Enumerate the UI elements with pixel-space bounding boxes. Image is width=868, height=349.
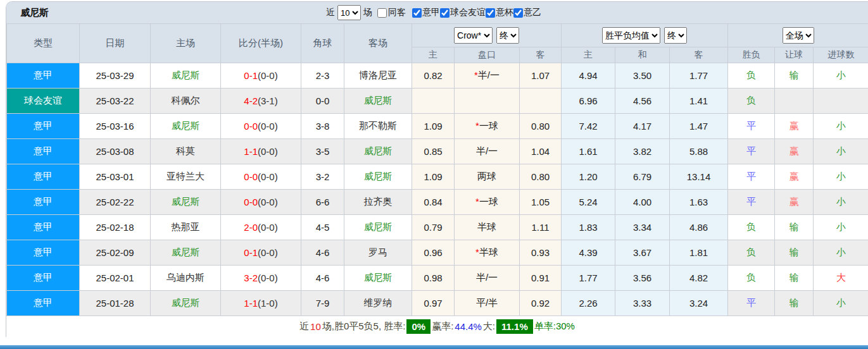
- table-row: 意甲 25-01-28 威尼斯 1-1(1-0) 7-9 维罗纳 0.97 平/…: [7, 291, 868, 316]
- table-row: 球会友谊 25-03-22 科佩尔 4-2(3-1) 0-0 威尼斯 6.96 …: [7, 89, 868, 114]
- corners-cell: 7-9: [301, 291, 344, 316]
- handicap-value: 一球: [479, 196, 498, 207]
- league-checkbox-coppa-italia[interactable]: [486, 8, 495, 18]
- avg-away-cell: 4.86: [670, 215, 728, 240]
- fulltime-score: 1-1: [244, 298, 258, 309]
- column-header-home: 主场: [151, 24, 221, 63]
- avg-home-cell: 4.94: [562, 63, 615, 89]
- avg-home-cell: 6.96: [562, 89, 615, 114]
- table-row: 意甲 25-02-22 威尼斯 0-0(0-0) 6-6 拉齐奥 0.84 *一…: [7, 190, 868, 215]
- handicap-value: 半/一: [476, 145, 498, 156]
- footer-recent-prefix: 近: [299, 321, 309, 333]
- handicap-result-cell: [775, 89, 814, 114]
- odds-home-cell: [412, 89, 455, 114]
- avg-away-cell: 1.63: [670, 190, 728, 215]
- halftime-score: (0-0): [258, 247, 278, 258]
- result-group-header: 全场: [728, 24, 868, 47]
- score-cell: 2-0(0-0): [221, 215, 301, 240]
- column-header-avg-home: 主: [562, 47, 615, 63]
- home-team-cell: 科莫: [151, 139, 221, 164]
- score-cell: 4-2(3-1): [221, 89, 301, 114]
- column-header-corners: 角球: [301, 24, 344, 63]
- result-cell: 平: [728, 291, 775, 316]
- table-row: 意甲 25-02-01 乌迪内斯 3-2(0-0) 4-6 威尼斯 0.98 半…: [7, 266, 868, 291]
- group-header-row: 类型 日期 主场 比分(半场) 角球 客场 Crow* 终: [7, 24, 868, 47]
- avg-home-cell: 1.61: [562, 139, 615, 164]
- odds-away-cell: 0.92: [520, 291, 562, 316]
- score-cell: 0-0(0-0): [221, 190, 301, 215]
- odds-time-select[interactable]: 终: [496, 27, 519, 44]
- league-checkbox-club-friendly[interactable]: [440, 8, 450, 18]
- goals-cell: [814, 89, 868, 114]
- handicap-cell: *一球: [455, 190, 520, 215]
- avg-away-cell: 1.47: [670, 114, 728, 139]
- league-checkbox-serie-b[interactable]: [513, 8, 523, 18]
- odds-away-cell: 1.11: [520, 215, 562, 240]
- date-cell: 25-03-29: [80, 63, 151, 89]
- fulltime-score: 4-2: [244, 95, 258, 106]
- match-stats-page: 威尼斯 近 10 场 同客 意甲 球会友谊: [0, 0, 868, 349]
- halftime-score: (3-1): [258, 95, 278, 106]
- handicap-result-cell: 赢: [775, 139, 814, 164]
- away-team-cell: 威尼斯: [344, 215, 412, 240]
- result-cell: 负: [728, 240, 775, 266]
- column-header-avg-away: 客: [670, 47, 728, 63]
- away-team-cell: 罗马: [344, 240, 412, 266]
- corners-cell: 3-2: [301, 164, 344, 190]
- league-label: 意杯: [496, 7, 513, 18]
- away-team-cell: 威尼斯: [344, 139, 412, 164]
- odds-away-cell: 1.04: [520, 139, 562, 164]
- column-header-odds-home: 主: [412, 47, 455, 63]
- avg-group-header: 胜平负均值 终: [562, 24, 728, 47]
- handicap-result-cell: 赢: [775, 190, 814, 215]
- odds-away-cell: 1.07: [520, 63, 562, 89]
- avg-time-select[interactable]: 终: [664, 27, 687, 44]
- league-checkbox-serie-a[interactable]: [412, 8, 422, 18]
- league-filter: 意乙: [513, 7, 541, 18]
- date-cell: 25-03-22: [80, 89, 151, 114]
- type-cell: 意甲: [7, 114, 80, 139]
- handicap-value: 半球: [477, 221, 496, 232]
- score-cell: 0-0(0-0): [221, 114, 301, 139]
- avg-draw-cell: 6.79: [615, 164, 670, 190]
- fulltime-score: 2-0: [244, 222, 258, 233]
- odds-company-select[interactable]: Crow*: [454, 27, 493, 44]
- avg-home-cell: 1.77: [562, 266, 615, 291]
- bottom-divider-bar: [0, 345, 868, 349]
- odds-away-cell: 0.91: [520, 266, 562, 291]
- handicap-result-cell: 输: [775, 215, 814, 240]
- fulltime-score: 0-1: [244, 70, 258, 81]
- halftime-score: (0-0): [258, 146, 278, 157]
- goals-cell: 小: [814, 63, 868, 89]
- handicap-cell: *半球: [455, 240, 520, 266]
- recent-label: 近: [326, 7, 335, 18]
- type-cell: 意甲: [7, 164, 80, 190]
- away-team-cell: 维罗纳: [344, 291, 412, 316]
- avg-draw-cell: 3.50: [615, 63, 670, 89]
- corners-cell: 4-5: [301, 215, 344, 240]
- avg-company-select[interactable]: 胜平负均值: [602, 27, 660, 44]
- avg-home-cell: 5.24: [562, 190, 615, 215]
- recent-count-select[interactable]: 10: [337, 5, 361, 20]
- table-row: 意甲 25-03-01 亚特兰大 0-0(0-0) 3-2 威尼斯 1.09 两…: [7, 164, 868, 190]
- home-team-cell: 科佩尔: [151, 89, 221, 114]
- column-header-date: 日期: [80, 24, 151, 63]
- filter-controls: 近 10 场 同客 意甲 球会友谊 意杯: [326, 2, 541, 23]
- table-row: 意甲 25-03-08 科莫 1-1(0-0) 3-5 威尼斯 0.85 半/一…: [7, 139, 868, 164]
- avg-draw-cell: 4.17: [615, 114, 670, 139]
- odds-away-cell: 0.80: [520, 164, 562, 190]
- column-header-goals: 进球数: [814, 47, 868, 63]
- corners-cell: 3-8: [301, 114, 344, 139]
- handicap-value: 半/一: [478, 70, 500, 80]
- date-cell: 25-03-16: [80, 114, 151, 139]
- avg-away-cell: 1.81: [670, 240, 728, 266]
- fulltime-score: 3-2: [244, 272, 258, 283]
- scope-select[interactable]: 全场: [783, 27, 814, 44]
- same-away-label: 同客: [388, 7, 406, 18]
- avg-home-cell: 7.42: [562, 114, 615, 139]
- column-header-avg-draw: 和: [615, 47, 670, 63]
- same-away-checkbox[interactable]: [377, 8, 387, 18]
- date-cell: 25-03-01: [80, 164, 151, 190]
- column-header-handicap-result: 让球: [775, 47, 814, 63]
- handicap-cell: 半/一: [455, 139, 520, 164]
